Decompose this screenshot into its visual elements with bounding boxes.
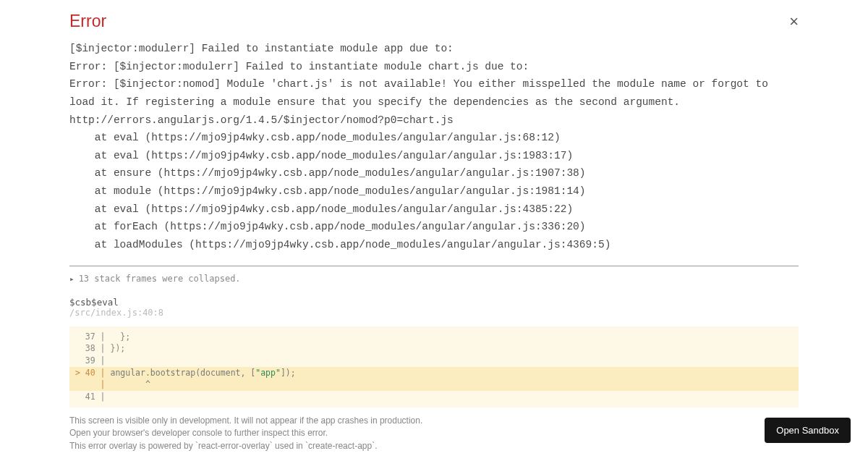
footer-line-3: This error overlay is powered by `react-…: [69, 440, 799, 452]
footer-line-2: Open your browser's developer console to…: [69, 427, 799, 439]
frame-function-name: $csb$eval: [69, 297, 799, 308]
collapsed-frames-toggle[interactable]: 13 stack frames were collapsed.: [69, 274, 799, 284]
footer-line-1: This screen is visible only in developme…: [69, 415, 799, 427]
close-icon[interactable]: ×: [789, 14, 799, 30]
error-title: Error: [69, 12, 106, 31]
frame-file-location: /src/index.js:40:8: [69, 308, 799, 318]
code-snippet: 37 | }; 38 | }); 39 |> 40 | angular.boot…: [69, 326, 799, 408]
divider: [69, 266, 799, 266]
error-message: [$injector:modulerr] Failed to instantia…: [69, 40, 799, 261]
footer-note: This screen is visible only in developme…: [69, 415, 799, 452]
open-sandbox-button[interactable]: Open Sandbox: [765, 418, 851, 443]
